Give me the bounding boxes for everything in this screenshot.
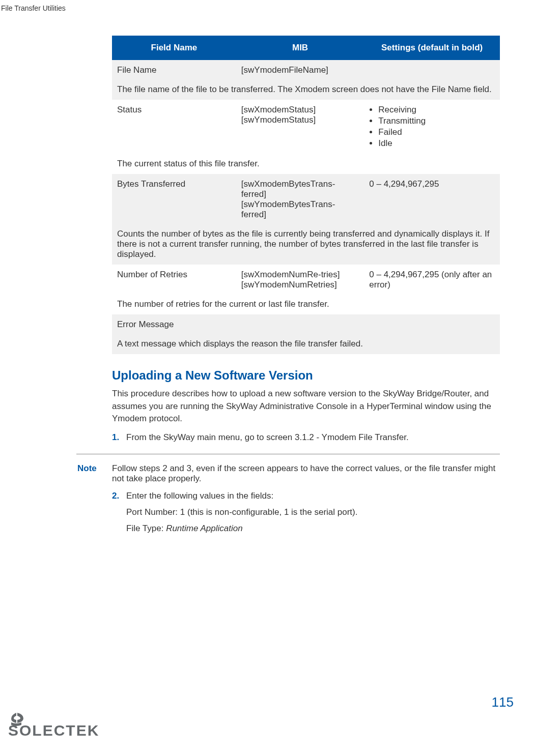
divider — [76, 454, 500, 454]
logo-icon: SOLECTEK — [7, 712, 124, 740]
cell-field: Error Message — [112, 314, 500, 335]
cell-field: File Name — [112, 60, 236, 80]
main-content: Field Name MIB Settings (default in bold… — [112, 36, 500, 542]
table-row: Status [swXmodemStatus] [swYmodemStatus]… — [112, 100, 500, 155]
table-row: File Name [swYmodemFileName] — [112, 60, 500, 80]
table-row: Number of Retries [swXmodemNumRe-tries] … — [112, 265, 500, 295]
cell-field: Status — [112, 100, 236, 155]
bullet-list: Receiving Transmitting Failed Idle — [369, 105, 495, 149]
step-marker: 1. — [112, 432, 126, 443]
bullet-item: Failed — [378, 127, 495, 137]
header-title: File Transfer Utilities — [1, 4, 66, 12]
ordered-steps-cont: 2. Enter the following values in the fie… — [112, 491, 500, 534]
list-item: 2. Enter the following values in the fie… — [112, 491, 500, 534]
cell-settings: 0 – 4,294,967,295 (only after an error) — [364, 265, 500, 295]
cell-mib: [swXmodemNumRe-tries] [swYmodemNumRetrie… — [236, 265, 364, 295]
cell-settings: Receiving Transmitting Failed Idle — [364, 100, 500, 155]
table-header-row: Field Name MIB Settings (default in bold… — [112, 36, 500, 60]
bullet-item: Transmitting — [378, 116, 495, 126]
col-mib: MIB — [236, 36, 364, 60]
section-intro: This procedure describes how to upload a… — [112, 388, 500, 425]
table-desc-row: The number of retries for the current or… — [112, 295, 500, 314]
page-number: 115 — [492, 694, 514, 710]
list-item: 1. From the SkyWay main menu, go to scre… — [112, 432, 500, 443]
step-text: From the SkyWay main menu, go to screen … — [126, 432, 409, 443]
parameters-table: Field Name MIB Settings (default in bold… — [112, 36, 500, 354]
cell-desc: A text message which displays the reason… — [112, 335, 500, 354]
bullet-item: Idle — [378, 138, 495, 149]
cell-desc: Counts the number of bytes as the file i… — [112, 225, 500, 265]
step-text: Enter the following values in the fields… — [126, 491, 357, 501]
cell-mib: [swXmodemStatus] [swYmodemStatus] — [236, 100, 364, 155]
bullet-item: Receiving — [378, 105, 495, 115]
step-subtext: File Type: Runtime Application — [126, 524, 357, 534]
cell-field: Number of Retries — [112, 265, 236, 295]
section-title: Uploading a New Software Version — [112, 368, 500, 383]
cell-desc: The current status of this file transfer… — [112, 155, 500, 174]
cell-mib: [swYmodemFileName] — [236, 60, 364, 80]
table-desc-row: A text message which displays the reason… — [112, 335, 500, 354]
table-row: Error Message — [112, 314, 500, 335]
table-row: Bytes Transferred [swXmodemBytesTrans-fe… — [112, 174, 500, 225]
cell-settings — [364, 60, 500, 80]
step-subtext: Port Number: 1 (this is non-configurable… — [126, 507, 357, 517]
ordered-steps: 1. From the SkyWay main menu, go to scre… — [112, 432, 500, 443]
table-desc-row: Counts the number of bytes as the file i… — [112, 225, 500, 265]
note-text: Follow steps 2 and 3, even if the screen… — [112, 463, 500, 484]
col-settings: Settings (default in bold) — [364, 36, 500, 60]
solectek-logo: SOLECTEK — [7, 712, 124, 742]
cell-desc: The number of retries for the current or… — [112, 295, 500, 314]
table-desc-row: The current status of this file transfer… — [112, 155, 500, 174]
logo-text: SOLECTEK — [8, 722, 99, 739]
step-marker: 2. — [112, 491, 126, 534]
italic-value: Runtime Application — [166, 524, 243, 533]
cell-desc: The file name of the file to be transfer… — [112, 80, 500, 100]
note-label: Note — [77, 463, 112, 484]
cell-mib: [swXmodemBytesTrans-ferred] [swYmodemByt… — [236, 174, 364, 225]
cell-settings: 0 – 4,294,967,295 — [364, 174, 500, 225]
col-field-name: Field Name — [112, 36, 236, 60]
table-desc-row: The file name of the file to be transfer… — [112, 80, 500, 100]
note-block: Note Follow steps 2 and 3, even if the s… — [77, 463, 500, 484]
cell-field: Bytes Transferred — [112, 174, 236, 225]
label-text: File Type: — [126, 524, 166, 533]
